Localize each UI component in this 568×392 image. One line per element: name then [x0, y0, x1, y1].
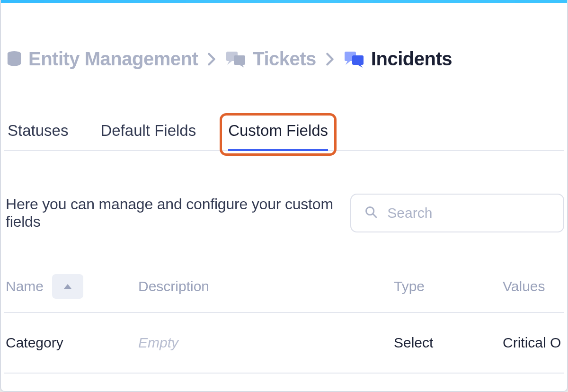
table-row[interactable]: Notes Empty Description N/A — [4, 373, 564, 392]
breadcrumb-label: Entity Management — [28, 48, 198, 70]
app-window: Entity Management Tickets — [0, 0, 568, 392]
sort-asc-button[interactable] — [52, 274, 83, 299]
breadcrumb-label: Tickets — [253, 48, 316, 70]
chat-icon — [225, 51, 246, 68]
column-header-name[interactable]: Name — [6, 274, 138, 299]
custom-fields-table: Name Description Type Values Category Em… — [4, 274, 564, 392]
tab-custom-fields[interactable]: Custom Fields — [228, 122, 328, 150]
table-row[interactable]: Category Empty Select Critical O — [4, 312, 564, 373]
column-header-label: Type — [394, 278, 425, 294]
description-row: Here you can manage and configure your c… — [4, 194, 564, 232]
search-input-container[interactable] — [350, 194, 564, 232]
chevron-right-icon — [207, 53, 216, 66]
chat-icon — [344, 51, 364, 68]
tab-label: Statuses — [8, 122, 68, 139]
sort-asc-icon — [63, 283, 72, 290]
svg-point-5 — [366, 207, 374, 215]
page-content: Entity Management Tickets — [1, 3, 567, 392]
search-icon — [364, 205, 378, 221]
tab-label: Custom Fields — [228, 122, 328, 139]
column-header-label: Values — [503, 278, 545, 294]
breadcrumb-label: Incidents — [371, 48, 452, 70]
cell-description: Empty — [138, 335, 394, 351]
breadcrumb-entity-management[interactable]: Entity Management — [7, 48, 198, 70]
breadcrumb: Entity Management Tickets — [4, 3, 564, 70]
tabs: Statuses Default Fields Custom Fields — [4, 122, 564, 151]
tab-label: Default Fields — [100, 122, 196, 139]
database-icon — [7, 51, 22, 68]
table-header: Name Description Type Values — [4, 274, 564, 312]
cell-name: Category — [6, 335, 138, 351]
cell-values: Critical O — [503, 335, 562, 351]
cell-type: Select — [394, 335, 503, 351]
svg-line-6 — [373, 214, 377, 218]
column-header-type[interactable]: Type — [394, 278, 503, 294]
svg-rect-2 — [234, 55, 245, 65]
tab-default-fields[interactable]: Default Fields — [100, 122, 196, 150]
svg-rect-4 — [352, 55, 364, 65]
search-input[interactable] — [387, 205, 550, 221]
breadcrumb-tickets[interactable]: Tickets — [225, 48, 316, 70]
column-header-description[interactable]: Description — [138, 278, 394, 294]
page-description: Here you can manage and configure your c… — [6, 196, 341, 231]
column-header-values[interactable]: Values — [503, 278, 562, 294]
tab-statuses[interactable]: Statuses — [8, 122, 68, 150]
column-header-label: Name — [6, 278, 44, 294]
breadcrumb-incidents[interactable]: Incidents — [344, 48, 452, 70]
column-header-label: Description — [138, 278, 209, 294]
chevron-right-icon — [326, 53, 334, 66]
